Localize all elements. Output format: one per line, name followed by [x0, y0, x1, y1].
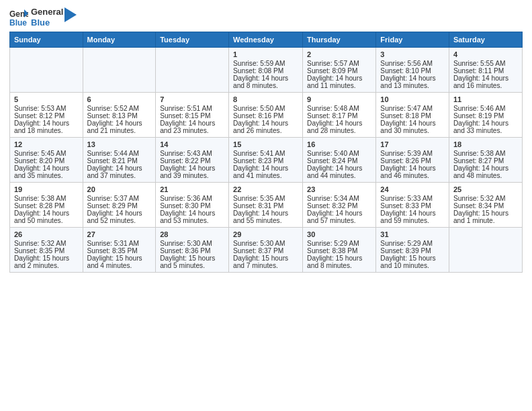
day-number: 9 — [307, 95, 371, 103]
day-info: Sunrise: 5:44 AM — [87, 150, 152, 157]
day-number: 27 — [87, 230, 152, 238]
day-cell: 19Sunrise: 5:38 AMSunset: 8:28 PMDayligh… — [10, 183, 83, 228]
day-info: Daylight: 15 hours and 8 minutes. — [307, 255, 371, 269]
day-cell — [10, 48, 83, 93]
day-number: 4 — [453, 50, 518, 58]
day-info: Sunrise: 5:39 AM — [380, 150, 445, 157]
logo: General Blue General Blue — [9, 7, 77, 28]
day-number: 18 — [453, 140, 518, 148]
week-row-5: 26Sunrise: 5:32 AMSunset: 8:35 PMDayligh… — [10, 228, 523, 273]
day-cell: 23Sunrise: 5:34 AMSunset: 8:32 PMDayligh… — [303, 183, 376, 228]
day-info: Sunrise: 5:29 AM — [380, 240, 445, 247]
day-info: Daylight: 14 hours and 59 minutes. — [380, 210, 445, 224]
day-info: Sunset: 8:31 PM — [233, 202, 298, 210]
day-number: 29 — [233, 230, 298, 238]
day-info: Sunset: 8:30 PM — [160, 202, 224, 210]
day-info: Daylight: 15 hours and 4 minutes. — [87, 255, 152, 269]
day-number: 25 — [453, 185, 518, 193]
day-info: Sunrise: 5:32 AM — [453, 195, 518, 202]
day-cell: 2Sunrise: 5:57 AMSunset: 8:09 PMDaylight… — [303, 48, 376, 93]
day-info: Sunrise: 5:46 AM — [453, 105, 518, 112]
day-cell: 21Sunrise: 5:36 AMSunset: 8:30 PMDayligh… — [156, 183, 229, 228]
day-number: 12 — [14, 140, 79, 148]
day-cell: 26Sunrise: 5:32 AMSunset: 8:35 PMDayligh… — [10, 228, 83, 273]
week-row-3: 12Sunrise: 5:45 AMSunset: 8:20 PMDayligh… — [10, 138, 523, 183]
day-info: Sunset: 8:23 PM — [233, 157, 298, 165]
day-info: Daylight: 14 hours and 23 minutes. — [160, 120, 224, 134]
day-cell: 6Sunrise: 5:52 AMSunset: 8:13 PMDaylight… — [83, 93, 156, 138]
day-info: Sunset: 8:35 PM — [87, 247, 152, 255]
day-cell: 28Sunrise: 5:30 AMSunset: 8:36 PMDayligh… — [156, 228, 229, 273]
day-cell: 8Sunrise: 5:50 AMSunset: 8:16 PMDaylight… — [229, 93, 303, 138]
day-info: Daylight: 14 hours and 50 minutes. — [14, 210, 79, 224]
day-cell — [83, 48, 156, 93]
day-info: Daylight: 14 hours and 53 minutes. — [160, 210, 224, 224]
day-info: Sunset: 8:29 PM — [87, 202, 152, 210]
header-cell-thursday: Thursday — [303, 32, 376, 48]
day-info: Daylight: 15 hours and 1 minute. — [453, 210, 518, 224]
day-info: Daylight: 15 hours and 5 minutes. — [160, 255, 224, 269]
day-number: 23 — [307, 185, 371, 193]
day-number: 14 — [160, 140, 224, 148]
day-number: 10 — [380, 95, 445, 103]
day-cell: 15Sunrise: 5:41 AMSunset: 8:23 PMDayligh… — [229, 138, 303, 183]
day-cell: 14Sunrise: 5:43 AMSunset: 8:22 PMDayligh… — [156, 138, 229, 183]
day-info: Sunset: 8:11 PM — [453, 67, 518, 75]
day-info: Sunset: 8:19 PM — [453, 112, 518, 120]
day-info: Sunrise: 5:53 AM — [14, 105, 79, 112]
header-cell-wednesday: Wednesday — [229, 32, 303, 48]
day-cell: 24Sunrise: 5:33 AMSunset: 8:33 PMDayligh… — [376, 183, 449, 228]
day-info: Daylight: 14 hours and 13 minutes. — [380, 75, 445, 89]
day-info: Sunrise: 5:35 AM — [233, 195, 298, 202]
day-cell — [156, 48, 229, 93]
day-info: Sunrise: 5:33 AM — [380, 195, 445, 202]
day-info: Sunrise: 5:40 AM — [307, 150, 371, 157]
day-info: Daylight: 14 hours and 30 minutes. — [380, 120, 445, 134]
header-cell-monday: Monday — [83, 32, 156, 48]
day-info: Daylight: 14 hours and 33 minutes. — [453, 120, 518, 134]
day-number: 19 — [14, 185, 79, 193]
page-header: General Blue General Blue — [9, 7, 523, 28]
day-info: Sunrise: 5:32 AM — [14, 240, 79, 247]
day-info: Daylight: 14 hours and 11 minutes. — [307, 75, 371, 89]
logo-arrow-icon — [64, 7, 77, 22]
day-info: Sunset: 8:37 PM — [233, 247, 298, 255]
day-info: Sunrise: 5:55 AM — [453, 60, 518, 67]
calendar-header: SundayMondayTuesdayWednesdayThursdayFrid… — [10, 32, 523, 48]
day-cell: 16Sunrise: 5:40 AMSunset: 8:24 PMDayligh… — [303, 138, 376, 183]
day-cell: 5Sunrise: 5:53 AMSunset: 8:12 PMDaylight… — [10, 93, 83, 138]
day-info: Sunset: 8:26 PM — [380, 157, 445, 165]
svg-marker-3 — [64, 7, 77, 22]
day-info: Daylight: 14 hours and 21 minutes. — [87, 120, 152, 134]
day-info: Daylight: 14 hours and 46 minutes. — [380, 165, 445, 179]
day-info: Sunrise: 5:56 AM — [380, 60, 445, 67]
logo-blue: Blue — [31, 17, 63, 28]
day-info: Sunrise: 5:38 AM — [453, 150, 518, 157]
day-number: 2 — [307, 50, 371, 58]
day-info: Daylight: 15 hours and 10 minutes. — [380, 255, 445, 269]
day-info: Daylight: 14 hours and 52 minutes. — [87, 210, 152, 224]
day-cell: 22Sunrise: 5:35 AMSunset: 8:31 PMDayligh… — [229, 183, 303, 228]
day-info: Daylight: 14 hours and 41 minutes. — [233, 165, 298, 179]
day-number: 5 — [14, 95, 79, 103]
day-info: Sunrise: 5:50 AM — [233, 105, 298, 112]
day-info: Sunset: 8:33 PM — [380, 202, 445, 210]
day-info: Sunset: 8:32 PM — [307, 202, 371, 210]
day-number: 16 — [307, 140, 371, 148]
day-info: Daylight: 14 hours and 44 minutes. — [307, 165, 371, 179]
day-cell: 10Sunrise: 5:47 AMSunset: 8:18 PMDayligh… — [376, 93, 449, 138]
day-info: Sunset: 8:27 PM — [453, 157, 518, 165]
day-info: Sunset: 8:09 PM — [307, 67, 371, 75]
day-number: 13 — [87, 140, 152, 148]
header-row: SundayMondayTuesdayWednesdayThursdayFrid… — [10, 32, 523, 48]
day-info: Sunset: 8:35 PM — [14, 247, 79, 255]
day-info: Sunset: 8:22 PM — [160, 157, 224, 165]
day-info: Sunset: 8:28 PM — [14, 202, 79, 210]
day-number: 30 — [307, 230, 371, 238]
day-info: Daylight: 14 hours and 55 minutes. — [233, 210, 298, 224]
day-cell: 27Sunrise: 5:31 AMSunset: 8:35 PMDayligh… — [83, 228, 156, 273]
day-info: Sunset: 8:08 PM — [233, 67, 298, 75]
day-cell: 31Sunrise: 5:29 AMSunset: 8:39 PMDayligh… — [376, 228, 449, 273]
day-info: Sunrise: 5:37 AM — [87, 195, 152, 202]
day-cell: 13Sunrise: 5:44 AMSunset: 8:21 PMDayligh… — [83, 138, 156, 183]
